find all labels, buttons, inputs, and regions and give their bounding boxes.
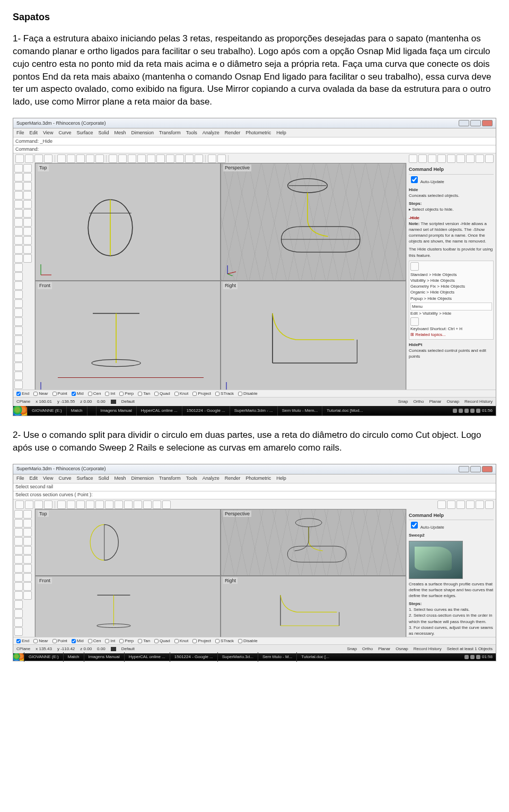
menu-file[interactable]: File [16, 129, 24, 136]
osnap-point[interactable]: Point [52, 391, 67, 396]
tray-icon[interactable] [476, 409, 480, 413]
taskbar-item[interactable]: HyperCAL online ... [124, 652, 170, 662]
tray-icon[interactable] [464, 409, 469, 413]
osnap-perp[interactable]: Perp [119, 391, 134, 396]
osnap-knot[interactable]: Knot [174, 638, 188, 644]
tool-icon[interactable] [34, 500, 43, 509]
paste-icon[interactable] [76, 154, 85, 163]
tool-icon[interactable] [195, 154, 203, 163]
tool-icon[interactable] [76, 500, 85, 509]
tool-icon[interactable] [23, 537, 32, 546]
tool-icon[interactable] [25, 500, 33, 509]
menu-analyze[interactable]: Analyze [203, 129, 220, 136]
osnap-mid[interactable]: Mid [72, 391, 84, 396]
new-icon[interactable] [15, 154, 24, 163]
tool-icon[interactable] [156, 154, 165, 163]
mirror-icon[interactable] [14, 326, 23, 335]
tool-icon[interactable] [14, 519, 23, 528]
tool-icon[interactable] [143, 500, 152, 509]
taskbar-item[interactable]: Sem título - Mem... [277, 406, 322, 416]
tool-icon[interactable] [409, 154, 417, 163]
minimize-button[interactable] [459, 466, 469, 472]
tool-icon[interactable] [23, 218, 32, 227]
tool-icon[interactable] [95, 500, 104, 509]
tool-icon[interactable] [418, 154, 427, 163]
viewport-front[interactable]: Front [36, 281, 220, 398]
tool-icon[interactable] [23, 254, 32, 263]
copy-icon[interactable] [67, 154, 75, 163]
tool-icon[interactable] [153, 500, 161, 509]
tool-icon[interactable] [14, 609, 23, 618]
auto-update-checkbox[interactable]: Auto-Update [409, 525, 444, 530]
tool-icon[interactable] [23, 555, 32, 564]
osnap-cen[interactable]: Cen [88, 638, 101, 644]
scale-icon[interactable] [14, 317, 23, 326]
taskbar-item[interactable]: HyperCAL online ... [136, 406, 182, 416]
tool-icon[interactable] [124, 500, 133, 509]
tool-icon[interactable] [14, 528, 23, 537]
tool-icon[interactable] [466, 154, 475, 163]
tool-icon[interactable] [14, 573, 23, 582]
tray-icon[interactable] [459, 409, 463, 413]
split-icon[interactable] [14, 344, 23, 353]
osnap-mid[interactable]: Mid [72, 638, 84, 644]
print-icon[interactable] [44, 154, 52, 163]
lasso-icon[interactable] [14, 173, 23, 182]
tool-icon[interactable] [23, 528, 32, 537]
tool-icon[interactable] [208, 154, 216, 163]
tool-icon[interactable] [118, 154, 127, 163]
menu-help[interactable]: Help [276, 475, 286, 482]
explode-icon[interactable] [14, 362, 23, 371]
menu-mesh[interactable]: Mesh [114, 129, 126, 136]
polygon-icon[interactable] [14, 254, 23, 263]
menu-mesh[interactable]: Mesh [114, 475, 126, 482]
move-icon[interactable] [14, 290, 23, 299]
osnap-perp[interactable]: Perp [119, 638, 134, 644]
taskbar-item[interactable]: SuperMario.3dm - ... [230, 406, 277, 416]
viewport-top[interactable]: Top [36, 509, 220, 575]
surface-icon[interactable] [14, 263, 23, 272]
tray-icon[interactable] [464, 655, 469, 659]
menu-view[interactable]: View [43, 475, 53, 482]
menu-solid[interactable]: Solid [98, 129, 109, 136]
tool-icon[interactable] [466, 500, 475, 509]
tool-icon[interactable] [23, 546, 32, 555]
osnap-quad[interactable]: Quad [154, 638, 170, 644]
tool-icon[interactable] [14, 381, 23, 389]
viewport-perspective[interactable]: Perspective [221, 509, 406, 575]
status-snap[interactable]: Snap [347, 646, 357, 652]
tool-icon[interactable] [14, 537, 23, 546]
trim-icon[interactable] [14, 335, 23, 344]
menu-render[interactable]: Render [225, 475, 241, 482]
osnap-int[interactable]: Int [105, 638, 115, 644]
polyline-icon[interactable] [14, 200, 23, 209]
osnap-end[interactable]: End [16, 638, 29, 644]
tool-icon[interactable] [137, 154, 146, 163]
tool-icon[interactable] [23, 510, 32, 519]
tool-icon[interactable] [128, 154, 136, 163]
taskbar-item[interactable]: GIOVANNE (E:) [27, 406, 66, 416]
cut-icon[interactable] [57, 154, 66, 163]
menu-tools[interactable]: Tools [186, 475, 197, 482]
tool-icon[interactable] [67, 500, 75, 509]
menu-edit[interactable]: Edit [30, 129, 38, 136]
menu-edit[interactable]: Edit [30, 475, 38, 482]
osnap-point[interactable]: Point [52, 638, 67, 644]
tool-icon[interactable] [14, 600, 23, 609]
tool-icon[interactable] [23, 245, 32, 254]
menu-transform[interactable]: Transform [159, 475, 181, 482]
viewport-perspective[interactable]: Perspective [221, 163, 406, 280]
tool-icon[interactable] [115, 500, 123, 509]
line-icon[interactable] [14, 191, 23, 200]
taskbar-item[interactable] [87, 406, 96, 416]
tool-icon[interactable] [23, 227, 32, 236]
tool-icon[interactable] [457, 154, 465, 163]
curve-icon[interactable] [14, 209, 23, 218]
viewport-right[interactable]: Right [221, 576, 406, 642]
tool-icon[interactable] [57, 500, 66, 509]
menu-help[interactable]: Help [276, 129, 286, 136]
minimize-button[interactable] [459, 120, 469, 126]
tool-icon[interactable] [162, 500, 171, 509]
maximize-button[interactable] [470, 466, 481, 472]
osnap-near[interactable]: Near [33, 391, 48, 396]
